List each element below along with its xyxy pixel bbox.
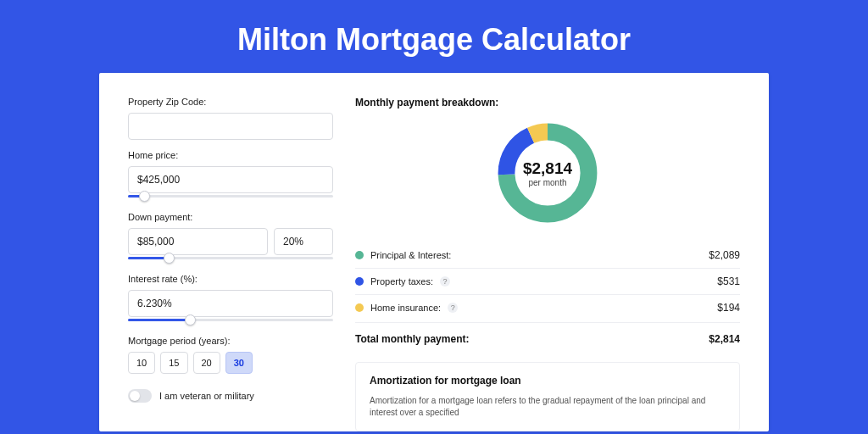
- amortization-title: Amortization for mortgage loan: [370, 375, 726, 387]
- price-slider[interactable]: [128, 192, 333, 202]
- page-title: Milton Mortgage Calculator: [0, 0, 868, 73]
- legend-label: Property taxes:: [370, 276, 433, 287]
- legend-value: $2,089: [709, 249, 740, 261]
- legend-label: Home insurance:: [370, 303, 441, 313]
- legend-label: Principal & Interest:: [370, 250, 451, 260]
- donut-amount: $2,814: [523, 159, 572, 178]
- inputs-panel: Property Zip Code: Home price: Down paym…: [128, 97, 333, 431]
- info-icon[interactable]: ?: [440, 276, 450, 287]
- legend-row-1: Property taxes:?$531: [355, 269, 740, 295]
- legend-row-2: Home insurance:?$194: [355, 295, 740, 320]
- amortization-card: Amortization for mortgage loan Amortizat…: [355, 362, 740, 431]
- period-btn-10[interactable]: 10: [128, 352, 155, 374]
- rate-slider[interactable]: [128, 315, 333, 326]
- veteran-toggle[interactable]: [128, 389, 152, 403]
- rate-label: Interest rate (%):: [128, 274, 333, 284]
- period-options: 10152030: [128, 352, 333, 374]
- legend-row-0: Principal & Interest:$2,089: [355, 242, 740, 269]
- rate-field: Interest rate (%):: [128, 274, 333, 326]
- amortization-text: Amortization for a mortgage loan refers …: [370, 395, 726, 419]
- period-btn-15[interactable]: 15: [160, 352, 187, 374]
- zip-field: Property Zip Code:: [128, 97, 333, 140]
- down-slider[interactable]: [128, 253, 333, 264]
- breakdown-title: Monthly payment breakdown:: [355, 97, 740, 108]
- breakdown-panel: Monthly payment breakdown: $2,814 per mo…: [355, 97, 740, 431]
- down-pct-input[interactable]: [274, 228, 333, 255]
- price-label: Home price:: [128, 150, 333, 160]
- legend-value: $194: [717, 302, 740, 314]
- rate-input[interactable]: [128, 290, 333, 317]
- period-label: Mortgage period (years):: [128, 336, 333, 346]
- down-amount-input[interactable]: [128, 228, 268, 255]
- total-row: Total monthly payment: $2,814: [355, 322, 740, 357]
- price-field: Home price:: [128, 150, 333, 202]
- total-value: $2,814: [709, 333, 740, 345]
- swatch-icon: [355, 277, 364, 286]
- period-field: Mortgage period (years): 10152030: [128, 336, 333, 374]
- breakdown-donut: $2,814 per month: [493, 119, 602, 227]
- zip-label: Property Zip Code:: [128, 97, 333, 107]
- price-input[interactable]: [128, 166, 333, 193]
- down-field: Down payment:: [128, 212, 333, 264]
- veteran-label: I am veteran or military: [159, 391, 254, 401]
- swatch-icon: [355, 303, 364, 312]
- veteran-row: I am veteran or military: [128, 389, 333, 403]
- zip-input[interactable]: [128, 113, 333, 140]
- legend: Principal & Interest:$2,089Property taxe…: [355, 242, 740, 320]
- down-label: Down payment:: [128, 212, 333, 222]
- info-icon[interactable]: ?: [448, 303, 458, 313]
- swatch-icon: [355, 251, 364, 259]
- period-btn-30[interactable]: 30: [225, 352, 253, 374]
- period-btn-20[interactable]: 20: [193, 352, 220, 374]
- donut-sub: per month: [528, 178, 566, 187]
- calculator-card: Property Zip Code: Home price: Down paym…: [99, 73, 769, 431]
- legend-value: $531: [717, 275, 740, 287]
- total-label: Total monthly payment:: [355, 333, 469, 345]
